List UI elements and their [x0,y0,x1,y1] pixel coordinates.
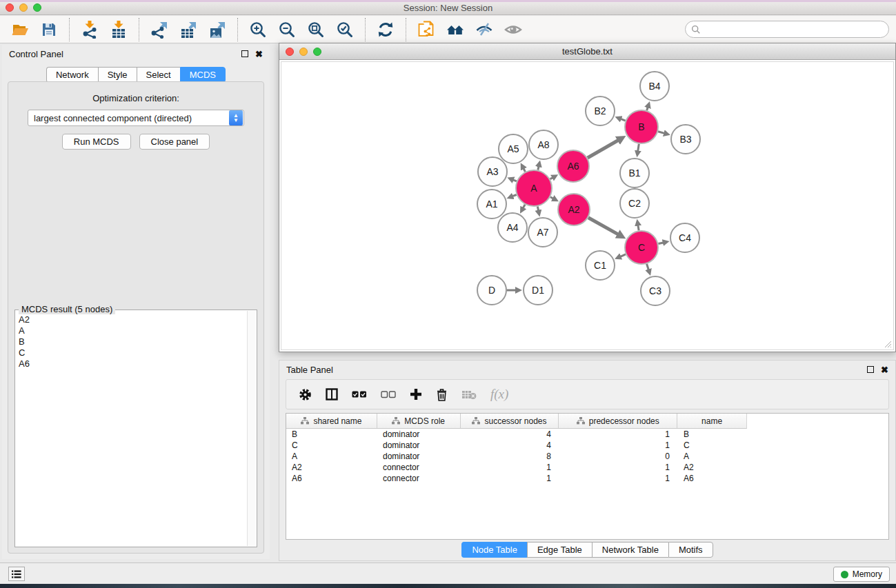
tab-node-table[interactable]: Node Table [461,542,527,558]
zoom-selected-button[interactable] [335,20,355,39]
delete-table-button[interactable] [461,389,477,400]
graph-edge[interactable] [550,197,553,199]
add-column-button[interactable] [410,388,422,401]
close-panel-button[interactable]: Close panel [139,134,210,150]
save-session-button[interactable] [39,20,59,39]
graph-edge[interactable] [523,205,525,208]
table-close-panel-icon[interactable]: ✖ [881,365,888,375]
tab-select[interactable]: Select [137,67,180,83]
select-all-button[interactable] [352,390,367,398]
zoom-out-button[interactable] [277,20,297,39]
export-network-icon [150,21,168,39]
graph-edge[interactable] [550,178,553,179]
app-title: Session: New Session [0,3,896,13]
export-network-button[interactable] [150,20,169,39]
graph-edge[interactable] [658,132,664,134]
graph-edge[interactable] [620,254,626,256]
graph-node-label: A2 [568,204,579,215]
import-table-button[interactable] [109,20,128,39]
refresh-button[interactable] [376,20,395,39]
tab-network-table[interactable]: Network Table [592,542,668,558]
network-file-button[interactable] [417,20,436,39]
result-item[interactable]: B [19,336,247,347]
memory-status-icon [841,571,848,578]
memory-button[interactable]: Memory [833,567,890,582]
table-cell: A2 [678,463,747,472]
table-settings-button[interactable] [299,388,312,401]
node-table[interactable]: shared nameMCDS rolesuccessor nodesprede… [286,413,889,540]
search-input[interactable] [701,25,888,34]
graph-edge[interactable] [512,195,517,196]
show-graphics-button[interactable] [504,20,523,39]
network-graph: B4B2BB3A5A8A6A3B1AA1C2A2A4A7C4CC1C3DD1 [281,62,895,351]
table-cell: A6 [286,474,377,483]
home-icon [446,21,464,39]
graph-edge[interactable] [524,168,526,172]
result-item[interactable]: A [19,325,247,336]
search-field[interactable] [685,21,889,38]
graph-edge[interactable] [588,218,618,234]
column-header-name[interactable]: name [677,414,746,428]
table-cell: A6 [678,474,747,483]
graph-edge[interactable] [588,140,618,158]
graph-node-label: C [638,242,645,253]
graph-edge[interactable] [513,180,517,181]
result-item[interactable]: A6 [19,358,247,369]
tab-mcds[interactable]: MCDS [180,67,226,83]
zoom-in-button[interactable] [248,20,268,39]
table-row[interactable]: A2connector11A2 [286,462,888,473]
app-titlebar: Session: New Session [0,0,896,15]
graph-edge[interactable] [638,144,639,152]
graph-edge[interactable] [538,166,539,170]
control-panel: Control Panel ✖ NetworkStyleSelectMCDS O… [2,45,270,559]
graph-edge[interactable] [647,107,648,110]
graph-edge[interactable] [621,119,626,121]
graph-edge[interactable] [638,225,639,231]
zoom-fit-button[interactable] [306,20,326,39]
table-row[interactable]: Cdominator41C [286,440,888,451]
deselect-all-button[interactable] [381,390,396,398]
hide-graphics-button[interactable] [475,20,494,39]
task-history-button[interactable] [8,567,25,581]
table-row[interactable]: Adominator80A [286,451,888,462]
network-canvas[interactable]: B4B2BB3A5A8A6A3B1AA1C2A2A4A7C4CC1C3DD1 [281,61,894,350]
column-header-MCDS-role[interactable]: MCDS role [377,414,461,428]
show-columns-button[interactable] [326,388,338,401]
export-image-icon [208,21,226,39]
criterion-select[interactable]: largest connected component (directed) ▲… [28,110,244,126]
table-cell: connector [377,463,461,472]
window-resize-grip[interactable] [884,340,892,348]
result-scrollbar[interactable] [247,311,256,546]
import-network-button[interactable] [80,20,99,39]
graph-edge[interactable] [658,243,663,244]
table-cell: dominator [377,440,461,450]
export-table-button[interactable] [179,20,198,39]
float-panel-icon[interactable] [241,50,248,57]
network-view-window: testGlobe.txt B4B2BB3A5A8A6A3B1AA1C2A2A4… [279,43,896,352]
graph-edge[interactable] [647,264,649,270]
export-image-button[interactable] [208,20,227,39]
tab-edge-table[interactable]: Edge Table [527,542,592,558]
tab-style[interactable]: Style [98,67,137,83]
table-row[interactable]: A6connector11A6 [286,473,888,484]
graph-node-label: B3 [679,134,691,145]
close-panel-icon[interactable]: ✖ [255,49,263,59]
column-header-successor-nodes[interactable]: successor nodes [461,414,559,428]
result-item[interactable]: A2 [19,314,247,325]
home-view-button[interactable] [446,20,465,39]
delete-column-button[interactable] [436,388,448,401]
open-session-button[interactable] [10,20,30,39]
graph-edge[interactable] [537,206,538,210]
result-item[interactable]: C [19,347,247,358]
network-window-titlebar[interactable]: testGlobe.txt [279,43,895,60]
tab-network[interactable]: Network [46,67,98,83]
function-builder-button[interactable]: f(x) [490,387,508,402]
run-mcds-button[interactable]: Run MCDS [62,134,131,150]
column-header-shared-name[interactable]: shared name [286,414,377,428]
column-header-predecessor-nodes[interactable]: predecessor nodes [559,414,677,428]
table-float-panel-icon[interactable] [867,366,874,373]
table-row[interactable]: Bdominator41B [286,429,888,440]
tab-motifs[interactable]: Motifs [668,542,713,558]
table-cell: A2 [286,463,377,472]
eye-icon [504,21,522,39]
